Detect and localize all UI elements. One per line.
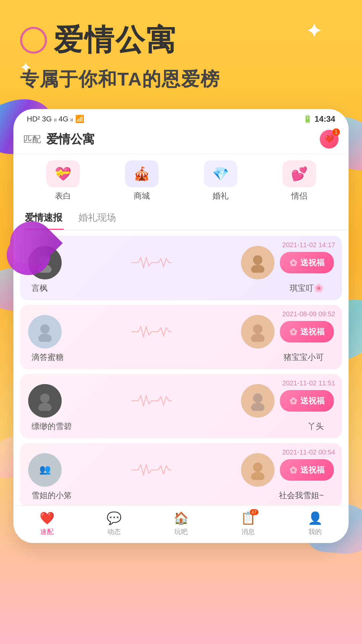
- bottom-nav-profile[interactable]: 👤 我的: [282, 511, 349, 536]
- card-content-1: 🌸 送祝福: [28, 246, 334, 279]
- nav-heart-icon[interactable]: ❤️ 1: [320, 130, 339, 149]
- card-time-2: 2021-08-09 09:52: [282, 310, 335, 318]
- messages-label: 消息: [241, 527, 255, 536]
- status-left: HD² 3G ᵢₗ 4G ᵢₗ 📶: [27, 115, 84, 123]
- phone-mock: HD² 3G ᵢₗ 4G ᵢₗ 📶 🔋 14:34 匹配 爱情公寓 ❤️ 1 💝…: [13, 109, 349, 543]
- profile-icon: 👤: [308, 511, 323, 525]
- messages-badge: 47: [250, 509, 258, 515]
- status-network: HD² 3G ᵢₗ 4G ᵢₗ 📶: [27, 115, 84, 123]
- name1-1: 言枫: [32, 283, 48, 293]
- svg-point-15: [251, 472, 264, 480]
- tabs-row: 爱情速报 婚礼现场: [13, 208, 349, 230]
- status-right: 🔋 14:34: [303, 114, 335, 124]
- shop-icon-wrap: 🎪: [125, 160, 159, 187]
- bottom-nav-messages[interactable]: 📋 47 消息: [215, 511, 282, 536]
- avatar-2-2: [241, 315, 275, 348]
- svg-point-10: [253, 393, 262, 403]
- flower-icon-3: 🌸: [289, 397, 298, 405]
- avatar-3-2: [241, 384, 275, 418]
- name2-2: 猪宝宝小可: [284, 352, 324, 363]
- confess-label: 表白: [55, 191, 71, 201]
- bottom-nav-discover[interactable]: 🏠 玩吧: [147, 511, 215, 536]
- confess-icon-wrap: 💝: [46, 160, 80, 187]
- send-label-4: 送祝福: [300, 465, 324, 475]
- send-label-2: 送祝福: [300, 326, 324, 337]
- status-bar: HD² 3G ᵢₗ 4G ᵢₗ 📶 🔋 14:34: [13, 109, 349, 126]
- nav-badge: 1: [333, 128, 340, 136]
- svg-point-11: [251, 403, 264, 411]
- send-label-1: 送祝福: [300, 257, 324, 268]
- bottom-nav-dynamic[interactable]: 💬 动态: [80, 511, 147, 536]
- nav-back-text[interactable]: 匹配: [23, 133, 41, 145]
- name2-3: 丫头: [308, 421, 324, 432]
- couple-card-4: 2021-11-02 00:54 👥 🌸 送祝福: [20, 443, 342, 507]
- card-names-1: 言枫 琪宝叮🌸: [28, 279, 334, 293]
- discover-icon: 🏠: [174, 511, 189, 525]
- couple-card-1: 2021-11-02 14:17 🌸 送祝福: [20, 236, 342, 300]
- avatar-4-1: 👥: [28, 453, 62, 487]
- card-names-2: 滴答蜜糖 猪宝宝小可: [28, 348, 334, 363]
- card-names-4: 雪姐的小笫 社会我雪姐~: [28, 487, 334, 501]
- card-content-4: 👥 🌸 送祝福: [28, 453, 334, 487]
- dynamic-icon: 💬: [107, 511, 122, 525]
- svg-point-9: [38, 403, 52, 411]
- name2-4: 社会我雪姐~: [279, 490, 324, 501]
- send-blessing-btn-3[interactable]: 🌸 送祝福: [280, 390, 334, 412]
- app-subtitle: 专属于你和TA的恩爱榜: [20, 67, 342, 92]
- svg-point-5: [38, 334, 52, 342]
- bottom-nav: ❤️ 速配 💬 动态 🏠 玩吧 📋 47 消息 👤 我的: [13, 505, 349, 543]
- card-content-3: 🌸 送祝福: [28, 384, 334, 418]
- avatar-1-2: [241, 246, 275, 279]
- menu-item-wedding[interactable]: 💎 婚礼: [204, 160, 237, 201]
- card-time-4: 2021-11-02 00:54: [282, 448, 335, 456]
- tab-wedding-scene[interactable]: 婚礼现场: [77, 208, 117, 230]
- card-names-3: 缥缈的雪碧 丫头: [28, 418, 334, 432]
- send-blessing-btn-1[interactable]: 🌸 送祝福: [280, 252, 334, 273]
- send-blessing-btn-4[interactable]: 🌸 送祝福: [280, 459, 334, 481]
- avatar-4-2: [241, 453, 275, 487]
- wedding-icon-wrap: 💎: [204, 160, 237, 187]
- profile-label: 我的: [308, 527, 322, 536]
- name1-3: 缥缈的雪碧: [32, 421, 72, 432]
- home-icon: ❤️: [40, 511, 55, 525]
- heartbeat-4: [67, 463, 236, 477]
- heartbeat-1: [67, 256, 236, 269]
- svg-point-8: [40, 393, 50, 403]
- svg-point-6: [253, 324, 262, 334]
- nav-title: 爱情公寓: [46, 131, 95, 148]
- svg-point-2: [253, 255, 262, 265]
- couple-icon-wrap: 💕: [283, 160, 316, 187]
- send-label-3: 送祝福: [300, 395, 324, 406]
- wedding-label: 婚礼: [213, 191, 229, 201]
- status-time: 14:34: [315, 114, 335, 124]
- name2-1: 琪宝叮🌸: [290, 283, 324, 293]
- quick-menu: 💝 表白 🎪 商城 💎 婚礼 💕 情侣: [13, 154, 349, 208]
- couple-card-2: 2021-08-09 09:52 🌸 送祝福: [20, 305, 342, 369]
- card-time-1: 2021-11-02 14:17: [282, 241, 335, 249]
- svg-point-4: [40, 324, 50, 334]
- status-battery: 🔋: [303, 115, 312, 123]
- discover-label: 玩吧: [174, 527, 188, 536]
- flower-icon-2: 🌸: [289, 328, 298, 336]
- bottom-nav-home[interactable]: ❤️ 速配: [13, 511, 80, 536]
- menu-item-confess[interactable]: 💝 表白: [46, 160, 80, 201]
- card-content-2: 🌸 送祝福: [28, 315, 334, 348]
- messages-badge-wrap: 📋 47: [241, 511, 256, 525]
- shop-label: 商城: [134, 191, 150, 201]
- svg-text:👥: 👥: [39, 464, 51, 475]
- couple-label: 情侣: [291, 191, 307, 201]
- heartbeat-2: [67, 325, 236, 338]
- flower-icon-1: 🌸: [289, 259, 298, 267]
- couple-card-3: 2021-11-02 11:51 🌸 送祝福: [20, 374, 342, 438]
- app-title-row: 爱情公寓: [20, 20, 342, 60]
- flower-icon-4: 🌸: [289, 466, 298, 474]
- header-section: 爱情公寓 专属于你和TA的恩爱榜: [0, 0, 362, 102]
- decoration-big-heart: [7, 235, 50, 275]
- menu-item-shop[interactable]: 🎪 商城: [125, 160, 159, 201]
- dynamic-label: 动态: [107, 527, 121, 536]
- send-blessing-btn-2[interactable]: 🌸 送祝福: [280, 321, 334, 342]
- menu-item-couple[interactable]: 💕 情侣: [283, 160, 316, 201]
- avatar-2-1: [28, 315, 62, 348]
- svg-point-3: [251, 265, 264, 273]
- couples-list: 2021-11-02 14:17 🌸 送祝福: [13, 230, 349, 513]
